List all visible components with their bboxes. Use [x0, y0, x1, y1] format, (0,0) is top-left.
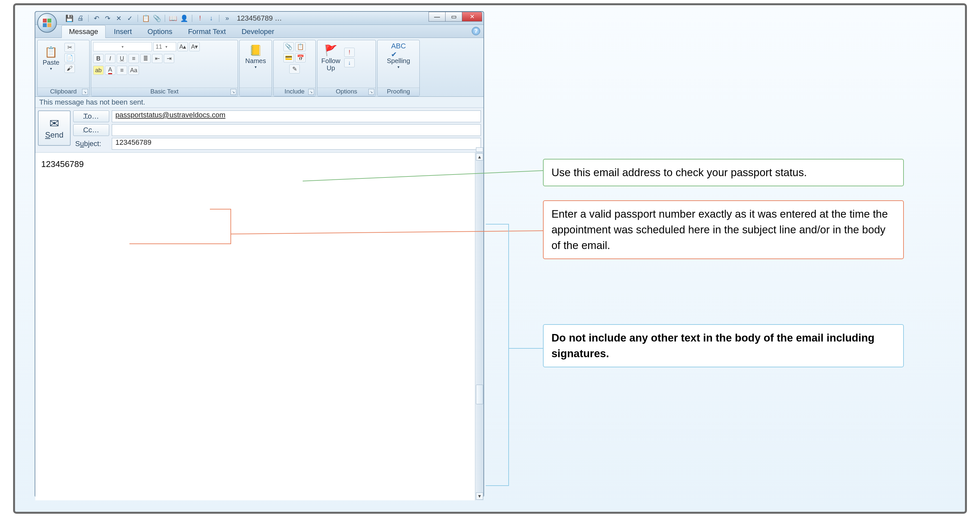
italic-icon[interactable]: I — [105, 54, 115, 63]
dialog-launcher-icon[interactable]: ↘ — [231, 89, 236, 95]
font-name-combo[interactable]: ▾ — [93, 42, 152, 51]
outdent-icon[interactable]: ⇤ — [152, 54, 162, 63]
callout-passport-number: Enter a valid passport number exactly as… — [543, 200, 904, 259]
numbering-icon[interactable]: ≣ — [140, 54, 151, 63]
cc-field[interactable] — [112, 124, 481, 136]
tab-message[interactable]: Message — [62, 25, 106, 38]
attach-file-icon[interactable]: 📎 — [283, 42, 294, 51]
help-icon[interactable]: ? — [472, 27, 480, 35]
copy-icon[interactable]: 📄 — [64, 53, 75, 62]
signature-icon[interactable]: ✎ — [289, 64, 300, 73]
maximize-button[interactable]: ▭ — [445, 12, 462, 22]
proofing-group-label: Proofing — [377, 87, 419, 96]
user-check-icon[interactable]: 👤 — [180, 14, 189, 22]
print-icon[interactable]: 🖨 — [76, 14, 85, 22]
options-group-label: Options ↘ — [317, 87, 375, 96]
cut-icon[interactable]: ✂ — [64, 43, 75, 52]
attach-item-icon[interactable]: 📋 — [141, 14, 150, 22]
format-painter-icon[interactable]: 🖌 — [64, 64, 75, 73]
send-label: Send — [45, 130, 64, 140]
flag-icon: 🚩 — [324, 43, 337, 57]
follow-up-button[interactable]: 🚩 Follow Up — [319, 42, 342, 73]
business-card-icon[interactable]: 💳 — [283, 53, 294, 62]
redo-icon[interactable]: ↷ — [103, 14, 112, 22]
tab-developer[interactable]: Developer — [234, 25, 282, 38]
subject-field[interactable]: 123456789 — [112, 138, 481, 150]
tab-format-text[interactable]: Format Text — [180, 25, 233, 38]
highlight-icon[interactable]: ab — [93, 66, 103, 75]
qat-separator — [219, 15, 220, 22]
ribbon: 📋 Paste ▾ ✂ 📄 🖌 Clipboard ↘ — [35, 38, 484, 97]
font-color-icon[interactable]: A — [105, 66, 115, 75]
tab-insert[interactable]: Insert — [106, 25, 139, 38]
dialog-launcher-icon[interactable]: ↘ — [368, 89, 374, 95]
info-bar: This message has not been sent. — [35, 97, 484, 108]
scroll-up-icon[interactable]: ▲ — [476, 153, 483, 161]
paste-button[interactable]: 📋 Paste ▾ — [40, 42, 62, 73]
dialog-launcher-icon[interactable]: ↘ — [308, 89, 314, 95]
save-icon[interactable]: 💾 — [65, 14, 74, 22]
office-button[interactable] — [37, 13, 57, 33]
scroll-down-icon[interactable]: ▼ — [476, 493, 483, 500]
importance-low-icon[interactable]: ↓ — [344, 58, 355, 67]
underline-icon[interactable]: U — [117, 54, 127, 63]
book-icon[interactable]: 📖 — [169, 14, 178, 22]
follow-up-label: Follow Up — [321, 57, 340, 72]
attach-file-icon[interactable]: 📎 — [152, 14, 161, 22]
subject-label: Subject: — [73, 140, 109, 148]
window-controls: — ▭ ✕ — [429, 12, 482, 22]
attach-item-icon[interactable]: 📋 — [295, 42, 305, 51]
delete-icon[interactable]: ✕ — [114, 14, 123, 22]
ribbon-group-include: 📎 📋 💳 📅 ✎ Include ↘ — [273, 40, 316, 96]
importance-high-icon[interactable]: ! — [196, 14, 205, 22]
compose-header: ✉ Send To… passportstatus@ustraveldocs.c… — [35, 108, 484, 153]
close-button[interactable]: ✕ — [462, 12, 482, 22]
spelling-label: Spelling — [387, 57, 410, 65]
qat-more-icon[interactable]: » — [223, 14, 232, 22]
grow-font-icon[interactable]: A▴ — [178, 42, 188, 51]
clipboard-icon: 📋 — [45, 45, 57, 59]
scroll-thumb[interactable] — [476, 385, 483, 404]
callout-text: Do not include any other text in the bod… — [552, 332, 874, 360]
ribbon-group-clipboard: 📋 Paste ▾ ✂ 📄 🖌 Clipboard ↘ — [37, 40, 89, 96]
message-body[interactable]: 123456789 — [35, 153, 475, 500]
tab-options[interactable]: Options — [140, 25, 180, 38]
importance-low-icon[interactable]: ↓ — [207, 14, 216, 22]
dialog-launcher-icon[interactable]: ↘ — [82, 89, 88, 95]
shrink-font-icon[interactable]: A▾ — [189, 42, 200, 51]
spellcheck-icon[interactable]: ✓ — [125, 14, 134, 22]
spellcheck-icon: ABC✔ — [391, 43, 406, 57]
clipboard-group-label: Clipboard ↘ — [38, 87, 89, 96]
paste-label: Paste — [43, 59, 59, 66]
names-label: Names — [245, 57, 266, 65]
to-button[interactable]: To… — [73, 110, 109, 122]
clear-format-icon[interactable]: Aa — [129, 66, 139, 75]
envelope-icon: ✉ — [49, 117, 59, 130]
callout-email-address: Use this email address to check your pas… — [543, 159, 904, 186]
font-size-combo[interactable]: 11▾ — [153, 42, 176, 51]
cc-button[interactable]: Cc… — [73, 124, 109, 136]
titlebar: 💾 🖨 ↶ ↷ ✕ ✓ 📋 📎 📖 👤 ! ↓ » 123456789 … — [35, 12, 484, 25]
outlook-compose-window: 💾 🖨 ↶ ↷ ✕ ✓ 📋 📎 📖 👤 ! ↓ » 123456789 … — [35, 11, 484, 497]
qat-separator — [192, 15, 192, 22]
ribbon-tabs: Message Insert Options Format Text Devel… — [35, 25, 484, 38]
bold-icon[interactable]: B — [93, 54, 103, 63]
spelling-button[interactable]: ABC✔ Spelling ▾ — [387, 42, 410, 71]
indent-icon[interactable]: ⇥ — [164, 54, 174, 63]
to-field[interactable]: passportstatus@ustraveldocs.com — [112, 110, 481, 122]
undo-icon[interactable]: ↶ — [92, 14, 101, 22]
ribbon-group-options: 🚩 Follow Up ! ↓ Options ↘ — [317, 40, 376, 96]
calendar-icon[interactable]: 📅 — [295, 53, 305, 62]
ribbon-group-proofing: ABC✔ Spelling ▾ Proofing — [377, 40, 420, 96]
align-left-icon[interactable]: ≡ — [117, 66, 127, 75]
importance-high-icon[interactable]: ! — [344, 48, 355, 57]
minimize-button[interactable]: — — [428, 12, 445, 22]
callout-no-other-text: Do not include any other text in the bod… — [543, 324, 904, 367]
split-handle-icon[interactable] — [476, 147, 483, 152]
callout-text: Enter a valid passport number exactly as… — [552, 208, 888, 251]
bullets-icon[interactable]: ≡ — [129, 54, 139, 63]
send-button[interactable]: ✉ Send — [38, 110, 71, 146]
vertical-scrollbar[interactable]: ▲ ▼ — [475, 153, 484, 500]
names-button[interactable]: 📒 Names ▾ — [244, 42, 267, 71]
qat-separator — [138, 15, 138, 22]
